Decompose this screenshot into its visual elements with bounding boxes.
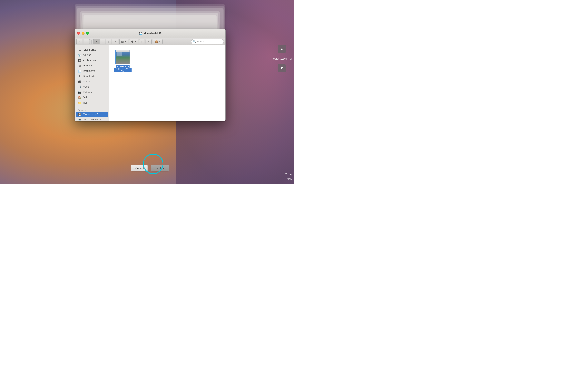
file-date-label: 2015-06-...7.11 PM [114, 68, 132, 72]
desktop-label: Desktop [83, 64, 92, 67]
view-mode-buttons: ⊞ ≡ ||| ⊡ [93, 39, 118, 44]
sidebar-item-music[interactable]: 🎵 Music [76, 84, 108, 90]
dropbox-icon: 📦 [155, 40, 158, 43]
documents-label: Documents [83, 69, 95, 72]
timeline-line-today [280, 176, 292, 177]
window-title: 💾 Macintosh HD [139, 32, 161, 35]
window-body: ☁ iCloud Drive 📡 AirDrop 🔲 Applications … [75, 45, 225, 121]
main-content: Screen Shot 2015-06-...7.11 PM [109, 45, 225, 121]
now-label: Now [287, 178, 292, 180]
screenshot-preview [116, 50, 130, 64]
dropbox-chevron-icon: ▼ [159, 41, 161, 42]
jeff-icon: 🏠 [78, 96, 81, 99]
airdrop-icon: 📡 [78, 54, 81, 57]
macintosh-hd-icon: 💾 [78, 113, 81, 116]
time-label: Today, 12:46 PM [272, 57, 292, 60]
column-view-icon: ||| [108, 40, 110, 43]
devices-header: Devices [75, 107, 109, 112]
bottom-timeline: Today Now [269, 171, 294, 184]
toolbar-sep-1 [91, 40, 92, 44]
scroll-up-button[interactable]: ▲ [278, 45, 286, 53]
file-thumbnail-screenshot [115, 50, 130, 64]
desktop-icon: 🖥 [78, 64, 81, 67]
sidebar-item-airdrop[interactable]: 📡 AirDrop [76, 52, 108, 58]
scroll-down-button[interactable]: ▼ [278, 64, 286, 72]
timeline-line-now [280, 181, 292, 182]
restore-button[interactable]: Restore [151, 165, 169, 171]
gear-icon: ⚙ [131, 40, 134, 43]
hd-icon: 💾 [139, 32, 142, 35]
sidebar-item-icloud-drive[interactable]: ☁ iCloud Drive [76, 47, 108, 52]
sidebar-item-jeff[interactable]: 🏠 Jeff [76, 95, 108, 100]
list-view-button[interactable]: ≡ [100, 39, 106, 44]
share-icon: ↑ [141, 40, 143, 43]
sidebar-item-jeffs-macbook[interactable]: 💻 Jeff's MacBook Pr... [76, 117, 108, 121]
back-arrow-icon: ‹ [79, 40, 80, 43]
sidebar: ☁ iCloud Drive 📡 AirDrop 🔲 Applications … [75, 45, 109, 121]
column-view-button[interactable]: ||| [106, 39, 112, 44]
search-box[interactable]: 🔍 Search [191, 39, 224, 44]
coverflow-icon: ⊡ [114, 40, 116, 43]
sidebar-item-itios[interactable]: 📁 Itios [76, 100, 108, 105]
airdrop-label: AirDrop [83, 54, 91, 57]
itios-label: Itios [83, 101, 87, 104]
back-button[interactable]: ‹ [76, 39, 82, 44]
sidebar-item-macintosh-hd[interactable]: 💾 Macintosh HD [76, 112, 108, 117]
cancel-button[interactable]: Cancel [131, 165, 148, 171]
share-button[interactable]: ↑ [139, 39, 144, 44]
music-icon: 🎵 [78, 85, 81, 89]
icon-view-icon: ⊞ [95, 40, 97, 43]
dropbox-button[interactable]: 📦 ▼ [153, 39, 163, 44]
sidebar-item-applications[interactable]: 🔲 Applications [76, 58, 108, 63]
macintosh-hd-label: Macintosh HD [83, 113, 98, 116]
coverflow-view-button[interactable]: ⊡ [112, 39, 118, 44]
sidebar-item-documents[interactable]: 📄 Documents [76, 68, 108, 74]
minimize-button[interactable] [82, 32, 85, 35]
forward-arrow-icon: › [86, 40, 87, 43]
search-icon: 🔍 [193, 40, 196, 43]
pictures-label: Pictures [83, 91, 92, 94]
pictures-icon: 📷 [78, 91, 81, 94]
sidebar-item-pictures[interactable]: 📷 Pictures [76, 90, 108, 95]
file-name-label: Screen Shot [116, 65, 130, 68]
forward-button[interactable]: › [84, 39, 90, 44]
close-button[interactable] [77, 32, 80, 35]
applications-label: Applications [83, 59, 96, 62]
itios-icon: 📁 [78, 101, 81, 104]
down-arrow-icon: ▼ [280, 66, 284, 71]
up-arrow-icon: ▲ [280, 47, 284, 51]
jeff-label: Jeff [83, 96, 87, 99]
sidebar-item-desktop[interactable]: 🖥 Desktop [76, 63, 108, 68]
jeffs-macbook-label: Jeff's MacBook Pr... [83, 118, 103, 121]
file-grid: Screen Shot 2015-06-...7.11 PM [113, 50, 221, 72]
search-placeholder: Search [197, 40, 204, 43]
documents-icon: 📄 [78, 69, 81, 73]
sidebar-item-movies[interactable]: 🎬 Movies [76, 79, 108, 84]
title-bar: 💾 Macintosh HD [75, 29, 225, 38]
toolbar: ‹ › ⊞ ≡ ||| ⊡ ⊞ ▼ ⚙ ▼ [75, 38, 225, 45]
movies-icon: 🎬 [78, 80, 81, 83]
maximize-button[interactable] [86, 32, 89, 35]
downloads-icon: ⬇ [78, 75, 81, 78]
icloud-icon: ☁ [78, 48, 81, 51]
today-label: Today [285, 173, 292, 176]
tag-icon: ⚭ [147, 40, 150, 43]
right-panel: ▲ Today, 12:46 PM ▼ [269, 0, 294, 184]
movies-label: Movies [83, 80, 91, 83]
arrange-chevron-icon: ▼ [125, 41, 126, 42]
icloud-label: iCloud Drive [83, 48, 96, 51]
file-item-screenshot[interactable]: Screen Shot 2015-06-...7.11 PM [113, 50, 132, 72]
arrange-button[interactable]: ⊞ ▼ [120, 39, 128, 44]
jeffs-macbook-icon: 💻 [78, 118, 81, 121]
applications-icon: 🔲 [78, 59, 81, 62]
tag-button[interactable]: ⚭ [146, 39, 152, 44]
arrange-icon: ⊞ [121, 40, 124, 43]
downloads-label: Downloads [83, 75, 95, 78]
action-button[interactable]: ⚙ ▼ [129, 39, 138, 44]
music-label: Music [83, 85, 89, 88]
bottom-buttons: Cancel Restore [75, 165, 226, 171]
icon-view-button[interactable]: ⊞ [94, 39, 100, 44]
traffic-lights [77, 32, 89, 35]
finder-window: 💾 Macintosh HD ‹ › ⊞ ≡ ||| ⊡ [75, 29, 226, 121]
sidebar-item-downloads[interactable]: ⬇ Downloads [76, 74, 108, 79]
